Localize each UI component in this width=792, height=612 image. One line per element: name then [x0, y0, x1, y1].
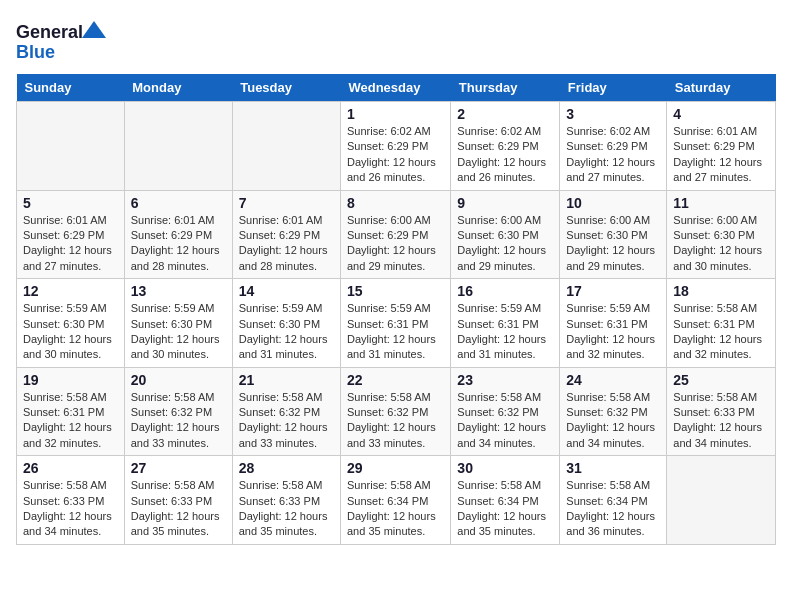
svg-text:General: General [16, 22, 83, 42]
svg-marker-2 [82, 21, 106, 38]
day-info: Sunrise: 6:02 AMSunset: 6:29 PMDaylight:… [457, 124, 553, 186]
column-header-wednesday: Wednesday [340, 74, 450, 102]
calendar-cell: 22Sunrise: 5:58 AMSunset: 6:32 PMDayligh… [340, 367, 450, 456]
calendar-cell [124, 102, 232, 191]
day-number: 17 [566, 283, 660, 299]
calendar-cell: 29Sunrise: 5:58 AMSunset: 6:34 PMDayligh… [340, 456, 450, 545]
calendar-cell [17, 102, 125, 191]
calendar-cell: 9Sunrise: 6:00 AMSunset: 6:30 PMDaylight… [451, 190, 560, 279]
day-number: 29 [347, 460, 444, 476]
day-info: Sunrise: 5:58 AMSunset: 6:32 PMDaylight:… [347, 390, 444, 452]
day-info: Sunrise: 5:58 AMSunset: 6:33 PMDaylight:… [131, 478, 226, 540]
calendar-cell: 20Sunrise: 5:58 AMSunset: 6:32 PMDayligh… [124, 367, 232, 456]
calendar-cell: 27Sunrise: 5:58 AMSunset: 6:33 PMDayligh… [124, 456, 232, 545]
day-number: 31 [566, 460, 660, 476]
calendar-week-row: 12Sunrise: 5:59 AMSunset: 6:30 PMDayligh… [17, 279, 776, 368]
day-number: 24 [566, 372, 660, 388]
calendar-cell: 21Sunrise: 5:58 AMSunset: 6:32 PMDayligh… [232, 367, 340, 456]
day-info: Sunrise: 5:58 AMSunset: 6:32 PMDaylight:… [239, 390, 334, 452]
day-info: Sunrise: 6:02 AMSunset: 6:29 PMDaylight:… [347, 124, 444, 186]
calendar-week-row: 19Sunrise: 5:58 AMSunset: 6:31 PMDayligh… [17, 367, 776, 456]
day-info: Sunrise: 5:58 AMSunset: 6:33 PMDaylight:… [23, 478, 118, 540]
day-number: 28 [239, 460, 334, 476]
day-info: Sunrise: 6:00 AMSunset: 6:30 PMDaylight:… [457, 213, 553, 275]
column-header-monday: Monday [124, 74, 232, 102]
calendar-cell [667, 456, 776, 545]
day-number: 23 [457, 372, 553, 388]
day-info: Sunrise: 5:58 AMSunset: 6:32 PMDaylight:… [131, 390, 226, 452]
day-info: Sunrise: 5:58 AMSunset: 6:31 PMDaylight:… [23, 390, 118, 452]
day-info: Sunrise: 6:01 AMSunset: 6:29 PMDaylight:… [23, 213, 118, 275]
day-number: 1 [347, 106, 444, 122]
day-number: 4 [673, 106, 769, 122]
calendar-cell: 6Sunrise: 6:01 AMSunset: 6:29 PMDaylight… [124, 190, 232, 279]
page-header: General Blue [16, 16, 776, 66]
day-number: 18 [673, 283, 769, 299]
calendar-cell: 18Sunrise: 5:58 AMSunset: 6:31 PMDayligh… [667, 279, 776, 368]
day-number: 6 [131, 195, 226, 211]
calendar-cell: 2Sunrise: 6:02 AMSunset: 6:29 PMDaylight… [451, 102, 560, 191]
calendar-cell: 1Sunrise: 6:02 AMSunset: 6:29 PMDaylight… [340, 102, 450, 191]
day-number: 20 [131, 372, 226, 388]
day-info: Sunrise: 6:02 AMSunset: 6:29 PMDaylight:… [566, 124, 660, 186]
calendar-cell: 11Sunrise: 6:00 AMSunset: 6:30 PMDayligh… [667, 190, 776, 279]
day-number: 26 [23, 460, 118, 476]
day-number: 22 [347, 372, 444, 388]
calendar-week-row: 5Sunrise: 6:01 AMSunset: 6:29 PMDaylight… [17, 190, 776, 279]
day-info: Sunrise: 5:58 AMSunset: 6:33 PMDaylight:… [673, 390, 769, 452]
day-number: 14 [239, 283, 334, 299]
day-number: 7 [239, 195, 334, 211]
calendar-cell: 8Sunrise: 6:00 AMSunset: 6:29 PMDaylight… [340, 190, 450, 279]
day-info: Sunrise: 5:58 AMSunset: 6:33 PMDaylight:… [239, 478, 334, 540]
day-number: 19 [23, 372, 118, 388]
calendar-week-row: 1Sunrise: 6:02 AMSunset: 6:29 PMDaylight… [17, 102, 776, 191]
column-header-tuesday: Tuesday [232, 74, 340, 102]
day-info: Sunrise: 6:01 AMSunset: 6:29 PMDaylight:… [131, 213, 226, 275]
day-info: Sunrise: 5:58 AMSunset: 6:34 PMDaylight:… [566, 478, 660, 540]
day-number: 21 [239, 372, 334, 388]
day-number: 11 [673, 195, 769, 211]
day-number: 2 [457, 106, 553, 122]
calendar-cell: 25Sunrise: 5:58 AMSunset: 6:33 PMDayligh… [667, 367, 776, 456]
calendar-cell: 19Sunrise: 5:58 AMSunset: 6:31 PMDayligh… [17, 367, 125, 456]
calendar-cell: 26Sunrise: 5:58 AMSunset: 6:33 PMDayligh… [17, 456, 125, 545]
calendar-cell: 24Sunrise: 5:58 AMSunset: 6:32 PMDayligh… [560, 367, 667, 456]
day-info: Sunrise: 5:59 AMSunset: 6:31 PMDaylight:… [566, 301, 660, 363]
day-info: Sunrise: 5:59 AMSunset: 6:31 PMDaylight:… [457, 301, 553, 363]
calendar-cell: 23Sunrise: 5:58 AMSunset: 6:32 PMDayligh… [451, 367, 560, 456]
calendar-cell: 4Sunrise: 6:01 AMSunset: 6:29 PMDaylight… [667, 102, 776, 191]
calendar-cell: 5Sunrise: 6:01 AMSunset: 6:29 PMDaylight… [17, 190, 125, 279]
day-info: Sunrise: 6:00 AMSunset: 6:30 PMDaylight:… [673, 213, 769, 275]
day-number: 12 [23, 283, 118, 299]
day-info: Sunrise: 6:00 AMSunset: 6:30 PMDaylight:… [566, 213, 660, 275]
day-number: 30 [457, 460, 553, 476]
calendar-cell: 28Sunrise: 5:58 AMSunset: 6:33 PMDayligh… [232, 456, 340, 545]
day-number: 25 [673, 372, 769, 388]
day-number: 5 [23, 195, 118, 211]
calendar-week-row: 26Sunrise: 5:58 AMSunset: 6:33 PMDayligh… [17, 456, 776, 545]
calendar-header-row: SundayMondayTuesdayWednesdayThursdayFrid… [17, 74, 776, 102]
calendar-cell: 30Sunrise: 5:58 AMSunset: 6:34 PMDayligh… [451, 456, 560, 545]
day-info: Sunrise: 5:59 AMSunset: 6:31 PMDaylight:… [347, 301, 444, 363]
calendar-cell [232, 102, 340, 191]
calendar-cell: 13Sunrise: 5:59 AMSunset: 6:30 PMDayligh… [124, 279, 232, 368]
day-number: 16 [457, 283, 553, 299]
column-header-friday: Friday [560, 74, 667, 102]
day-number: 27 [131, 460, 226, 476]
day-info: Sunrise: 6:01 AMSunset: 6:29 PMDaylight:… [673, 124, 769, 186]
calendar-cell: 12Sunrise: 5:59 AMSunset: 6:30 PMDayligh… [17, 279, 125, 368]
day-info: Sunrise: 6:01 AMSunset: 6:29 PMDaylight:… [239, 213, 334, 275]
day-info: Sunrise: 5:58 AMSunset: 6:32 PMDaylight:… [457, 390, 553, 452]
day-number: 9 [457, 195, 553, 211]
column-header-thursday: Thursday [451, 74, 560, 102]
logo: General Blue [16, 16, 106, 66]
svg-text:Blue: Blue [16, 42, 55, 62]
calendar-cell: 16Sunrise: 5:59 AMSunset: 6:31 PMDayligh… [451, 279, 560, 368]
day-info: Sunrise: 6:00 AMSunset: 6:29 PMDaylight:… [347, 213, 444, 275]
day-number: 15 [347, 283, 444, 299]
day-info: Sunrise: 5:59 AMSunset: 6:30 PMDaylight:… [23, 301, 118, 363]
column-header-sunday: Sunday [17, 74, 125, 102]
day-info: Sunrise: 5:59 AMSunset: 6:30 PMDaylight:… [239, 301, 334, 363]
calendar-cell: 7Sunrise: 6:01 AMSunset: 6:29 PMDaylight… [232, 190, 340, 279]
day-number: 3 [566, 106, 660, 122]
